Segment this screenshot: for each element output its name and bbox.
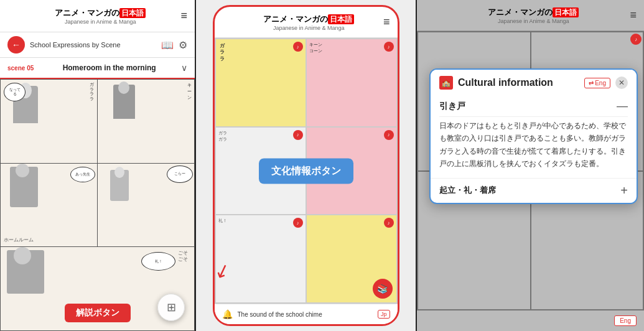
book-icon-p2[interactable]: 📚 [373,279,393,299]
subtitle-2: Japanese in Anime & Manga [235,25,383,31]
nav-title-1: School Expressions by Scene [30,41,156,49]
book-icon-symbol: 📚 [377,284,388,294]
title-red-2: 日本語 [328,14,354,24]
manga-cell-1-3: ホームルーム あっ先生 [1,164,97,247]
audio-icon-p2-5[interactable]: ♪ [293,218,303,228]
panel-2: アニメ・マンガの日本語 Japanese in Anime & Manga ≡ … [196,0,417,331]
manga-cell-p2-5: ♪ 礼！ [216,215,306,302]
title-text-2: アニメ・マンガの日本語 [235,14,383,25]
scene-bar-1: scene 05 Homeroom in the morning ∨ [0,58,195,79]
close-button-card[interactable]: ✕ [615,77,628,89]
title-red-3: 日本語 [553,7,579,17]
book-button-p2[interactable]: 📚 [373,279,393,299]
nav-icons-1: 📖 ⚙ [161,39,187,51]
panel-1: アニメ・マンガの日本語 Japanese in Anime & Manga ≡ … [0,0,196,331]
section2-title: 起立・礼・着席 [439,185,496,196]
eng-badge-card[interactable]: ⇄ Eng [584,78,610,88]
scene-label-1: scene 05 [7,65,34,72]
manga-cell-p2-1: ♪ ガララ [216,39,306,126]
panel3-manga-bg: ♪ 🏫 Cultural information ⇄ Eng ✕ [417,31,644,310]
title-text-1: アニメ・マンガの日本語 [20,7,180,19]
lang-switch-icon: ⇄ [589,80,594,86]
subtitle-3: Japanese in Anime & Manga [437,18,630,24]
app-header-1: アニメ・マンガの日本語 Japanese in Anime & Manga ≡ [0,0,195,32]
section1-title: 引き戸 [439,101,465,112]
bell-icon[interactable]: 🔔 [222,309,233,319]
subtitle-1: Japanese in Anime & Manga [20,19,180,25]
title-text-3: アニメ・マンガの日本語 [437,7,630,18]
gear-icon-1[interactable]: ⚙ [179,39,187,51]
cultural-card-header: 🏫 Cultural information ⇄ Eng ✕ [431,70,637,96]
manga-cell-p2-2: ♪ キーンコーン [307,39,396,126]
annotation-button-1[interactable]: 解説ボタン [65,304,131,322]
hamburger-icon-2[interactable]: ≡ [383,16,390,29]
title-red-1: 日本語 [119,8,146,18]
app-title-1: アニメ・マンガの日本語 Japanese in Anime & Manga [20,7,180,25]
cultural-header-right: ⇄ Eng ✕ [584,77,628,89]
scene-title-1: Homeroom in the morning [63,63,156,72]
cultural-title-text: Cultural information [458,77,553,88]
cultural-section2: 起立・礼・着席 + [431,178,637,203]
hamburger-icon-1[interactable]: ≡ [180,9,187,22]
expand-icon[interactable]: + [620,184,628,198]
chevron-down-icon-1[interactable]: ∨ [181,63,187,73]
audio-icon-p2-4[interactable]: ♪ [384,130,394,140]
cultural-flag-icon: 🏫 [439,76,453,90]
audio-icon-p2-2[interactable]: ♪ [384,42,394,52]
panel3-bottom: Eng [417,310,644,331]
app-title-2: アニメ・マンガの日本語 Japanese in Anime & Manga [235,14,383,31]
panel3-header: アニメ・マンガの日本語 Japanese in Anime & Manga ≡ [417,0,644,31]
phone-manga-area: ♪ ガララ ♪ キーンコーン ♪ ガラガラ ♪ [215,38,398,304]
hamburger-icon-3[interactable]: ≡ [630,9,637,22]
cultural-section1-header: 引き戸 — [431,96,637,116]
manga-cell-1-4: こらー [98,164,194,247]
panel2-inner: アニメ・マンガの日本語 Japanese in Anime & Manga ≡ … [196,0,416,331]
book-icon-1[interactable]: 📖 [161,39,174,51]
phone-header: アニメ・マンガの日本語 Japanese in Anime & Manga ≡ [215,7,398,38]
nav-bar-1: ← School Expressions by Scene 📖 ⚙ [0,32,195,58]
app-title-3: アニメ・マンガの日本語 Japanese in Anime & Manga [437,7,630,24]
bottom-text: The sound of the school chime [238,311,373,318]
eng-badge-bottom[interactable]: Eng [614,315,637,326]
audio-icon-p2-3[interactable]: ♪ [293,130,303,140]
phone-bottom: 🔔 The sound of the school chime Jp [215,304,398,324]
audio-icon-p2-1[interactable]: ♪ [293,42,303,52]
layers-icon-1: ⊞ [167,301,176,314]
cultural-title-area: 🏫 Cultural information [439,76,553,90]
back-button-1[interactable]: ← [7,36,25,54]
manga-cell-1-2: キーン [98,80,194,163]
cultural-info-button[interactable]: 文化情報ボタン [259,158,353,184]
cultural-body-text: 日本のドアはもともと引き戸が中心であるため、学校でも教室の入り口は引き戸であるこ… [431,117,637,178]
manga-cell-1-1: ガラララ なってる [1,80,97,163]
panel-3: アニメ・マンガの日本語 Japanese in Anime & Manga ≡ … [417,0,644,331]
collapse-icon[interactable]: — [617,100,628,113]
manga-content-1: ガラララ なってる キーン ホームルーム あっ先生 [0,79,195,331]
cultural-info-card: 🏫 Cultural information ⇄ Eng ✕ 引き戸 — [429,68,638,204]
panel3-bg: アニメ・マンガの日本語 Japanese in Anime & Manga ≡ … [417,0,644,331]
lang-badge-p2[interactable]: Jp [378,310,390,319]
stack-button-1[interactable]: ⊞ [157,294,185,321]
audio-icon-p3[interactable]: ♪ [630,34,642,45]
phone-frame: アニメ・マンガの日本語 Japanese in Anime & Manga ≡ … [213,5,399,326]
audio-icon-p2-6[interactable]: ♪ [384,218,394,228]
